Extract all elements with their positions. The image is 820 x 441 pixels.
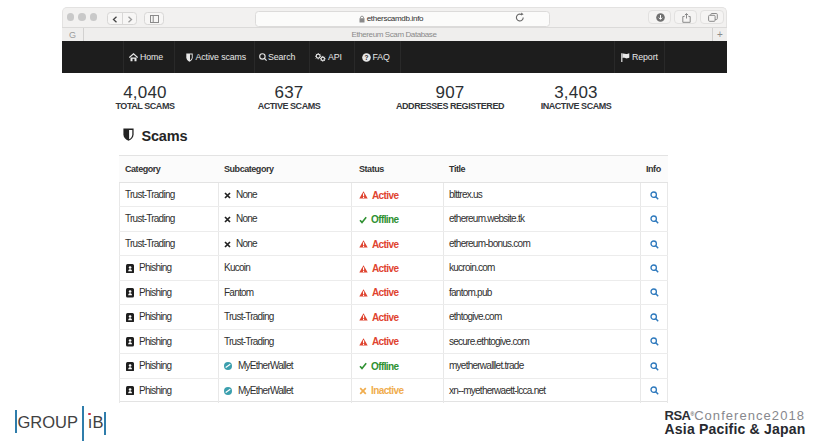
svg-text:?: ? [365,54,369,61]
